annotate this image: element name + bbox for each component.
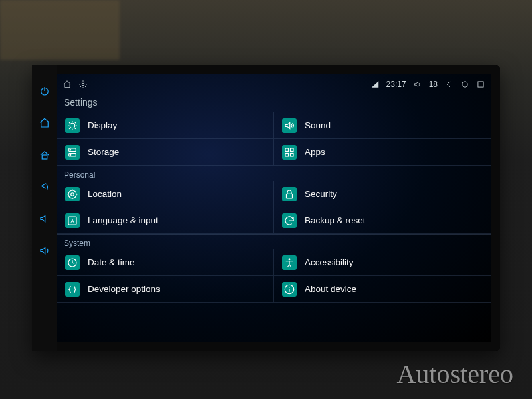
home-hw-icon[interactable] — [39, 117, 51, 129]
settings-item-sound[interactable]: Sound — [274, 112, 491, 139]
status-bar: 23:17 18 — [57, 74, 491, 94]
settings-item-label: Developer options — [88, 284, 160, 294]
svg-point-28 — [289, 287, 290, 288]
section-header-personal: Personal — [57, 166, 491, 181]
svg-rect-14 — [291, 153, 294, 156]
section-header-system: System — [57, 234, 491, 249]
svg-point-10 — [70, 154, 71, 156]
settings-item-apps[interactable]: Apps — [274, 139, 491, 166]
svg-point-3 — [82, 83, 84, 86]
settings-item-label: About device — [305, 284, 356, 294]
language-icon: A — [65, 213, 80, 228]
signal-icon — [370, 80, 380, 89]
settings-item-label: Sound — [305, 120, 331, 130]
home-icon[interactable] — [63, 80, 72, 89]
svg-point-15 — [71, 192, 74, 196]
security-icon — [282, 187, 297, 201]
location-icon — [65, 187, 80, 201]
settings-item-display[interactable]: Display — [57, 112, 274, 139]
info-icon — [282, 282, 297, 297]
back-hw-icon[interactable] — [39, 181, 51, 193]
settings-item-label: Date & time — [88, 257, 135, 267]
svg-rect-23 — [287, 194, 293, 198]
svg-point-6 — [70, 123, 75, 128]
svg-point-16 — [68, 190, 76, 198]
settings-item-label: Location — [88, 189, 122, 199]
svg-text:A: A — [70, 218, 74, 224]
settings-item-label: Language & input — [88, 215, 158, 225]
settings-item-developer[interactable]: Developer options — [57, 276, 274, 303]
svg-rect-2 — [42, 155, 47, 159]
section-device: Display Storage Sound Apps — [57, 112, 491, 166]
nav-recent-icon[interactable] — [476, 80, 485, 89]
accessibility-icon — [282, 255, 297, 270]
section-system: Date & time Developer options Accessibil… — [57, 249, 491, 303]
settings-item-label: Backup & reset — [305, 215, 366, 225]
clock-icon — [65, 255, 80, 270]
svg-rect-11 — [285, 148, 289, 152]
nav-home-icon[interactable] — [460, 80, 469, 89]
status-volume: 18 — [429, 80, 438, 89]
settings-item-label: Display — [88, 120, 117, 130]
display-icon — [65, 118, 80, 133]
svg-rect-12 — [291, 148, 294, 152]
svg-rect-13 — [285, 153, 289, 156]
svg-rect-5 — [478, 82, 483, 87]
settings-item-language[interactable]: A Language & input — [57, 207, 274, 234]
vol-up-hw-icon[interactable] — [39, 245, 51, 257]
android-screen: 23:17 18 Settings Display Storage — [57, 74, 491, 342]
settings-item-storage[interactable]: Storage — [57, 139, 274, 166]
nav-back-icon[interactable] — [444, 80, 454, 89]
settings-item-label: Storage — [88, 147, 119, 157]
settings-item-label: Accessibility — [305, 257, 354, 267]
power-icon[interactable] — [39, 85, 51, 97]
settings-item-about[interactable]: About device — [274, 276, 491, 303]
gear-icon[interactable] — [78, 80, 88, 89]
developer-icon — [65, 282, 80, 297]
settings-item-label: Apps — [305, 147, 325, 157]
section-personal: Location A Language & input Security Bac… — [57, 181, 491, 234]
backup-icon — [282, 213, 297, 228]
sound-icon — [282, 118, 297, 133]
settings-item-security[interactable]: Security — [274, 181, 491, 207]
page-title: Settings — [57, 94, 491, 112]
head-unit-device: 23:17 18 Settings Display Storage — [32, 65, 500, 351]
apps-icon — [282, 145, 297, 160]
settings-item-label: Security — [305, 189, 337, 199]
settings-item-accessibility[interactable]: Accessibility — [274, 249, 491, 276]
status-time: 23:17 — [386, 80, 406, 89]
svg-point-9 — [70, 149, 71, 150]
volume-icon[interactable] — [413, 80, 422, 89]
hardware-button-strip — [32, 65, 57, 351]
storage-icon — [65, 145, 80, 160]
svg-point-25 — [289, 258, 291, 260]
settings-item-location[interactable]: Location — [57, 181, 274, 207]
settings-item-backup[interactable]: Backup & reset — [274, 207, 491, 234]
vol-down-hw-icon[interactable] — [39, 213, 51, 225]
home2-hw-icon[interactable] — [39, 149, 51, 161]
settings-item-datetime[interactable]: Date & time — [57, 249, 274, 276]
svg-point-4 — [462, 82, 467, 87]
